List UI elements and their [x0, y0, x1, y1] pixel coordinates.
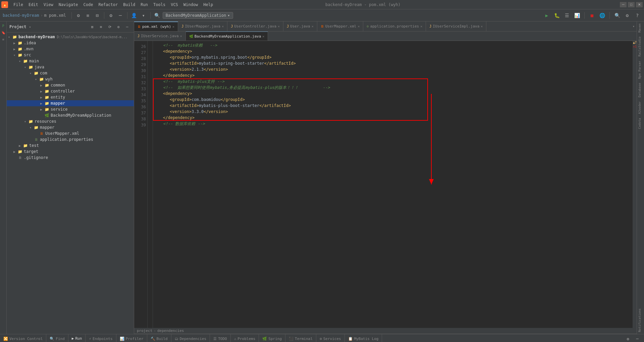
panel-icon3[interactable]: ⟳	[106, 23, 114, 31]
tree-resources[interactable]: ▾ 📁 resources	[7, 118, 134, 124]
target-arrow[interactable]: ▶	[13, 150, 17, 154]
structure-icon[interactable]: ≡	[84, 11, 92, 19]
menu-view[interactable]: View	[41, 2, 56, 8]
entity-arrow[interactable]: ▶	[40, 96, 44, 99]
tree-usermapper-xml[interactable]: ▶ 🗎 UserMapper.xml	[7, 130, 134, 136]
tab-iuserserviceimpl[interactable]: J IUserServiceImpl.java ✕	[426, 21, 486, 32]
tab-iuserservice[interactable]: J IUserService.java ✕	[134, 32, 186, 41]
com-arrow[interactable]: ▾	[30, 71, 34, 75]
tree-java[interactable]: ▾ 📁 java	[7, 64, 134, 70]
project-name-label[interactable]: backend-myDream	[3, 13, 39, 18]
tab-user[interactable]: J User.java ✕	[283, 21, 317, 32]
tree-root[interactable]: ▾ 📁 backend-myDream D:\Tools\JavaWorkSpa…	[7, 34, 134, 40]
stop-button[interactable]: ■	[588, 11, 596, 19]
panel-icon2[interactable]: ≡	[97, 23, 105, 31]
tab-usercontroller[interactable]: J UserController.java ✕	[227, 21, 283, 32]
menu-window[interactable]: Window	[181, 2, 201, 8]
ajooder-tool[interactable]: AJooder	[637, 99, 644, 116]
btab-dependencies[interactable]: 🗂 Dependencies	[171, 334, 210, 342]
run-configuration[interactable]: BackendMyDreamApplication ▾	[163, 12, 233, 19]
maven-tool[interactable]: Maven	[637, 21, 644, 35]
tree-gitignore[interactable]: ▶ 🗎 .gitignore	[7, 155, 134, 161]
tab-overflow[interactable]: ▾	[631, 24, 637, 28]
tree-main[interactable]: ▾ 📁 main	[7, 58, 134, 64]
codota-tool[interactable]: Codota	[637, 116, 644, 131]
tree-mapper[interactable]: ▶ 📁 mapper	[7, 100, 134, 106]
user-tab-close[interactable]: ✕	[312, 24, 314, 28]
usermapper-xml-tab-close[interactable]: ✕	[358, 24, 360, 28]
res-mapper-arrow[interactable]: ▾	[30, 126, 34, 129]
maximize-button[interactable]: □	[628, 2, 635, 7]
btab-build[interactable]: 🔨 Build	[147, 334, 171, 342]
minimize-button[interactable]: ─	[620, 2, 627, 7]
mapper-arrow[interactable]: ▶	[40, 102, 44, 105]
panel-settings-icon[interactable]: ⚙	[114, 23, 122, 31]
btab-endpoints[interactable]: ⚡ Endpoints	[86, 334, 116, 342]
tree-mvn[interactable]: ▶ 📁 .mvn	[7, 46, 134, 52]
menu-navigate[interactable]: Navigate	[56, 2, 81, 8]
panel-settings-btn[interactable]: ⚙	[624, 335, 632, 342]
notifications-tool[interactable]: Notifications	[637, 306, 644, 334]
tree-com[interactable]: ▾ 📁 com	[7, 70, 134, 76]
menu-vcs[interactable]: VCS	[168, 2, 181, 8]
minus-icon[interactable]: ─	[116, 11, 124, 19]
debug-button[interactable]: 🐛	[553, 11, 561, 19]
profile-button[interactable]: 📊	[573, 11, 581, 19]
breadcrumb-project[interactable]: project	[137, 329, 152, 333]
common-arrow[interactable]: ▶	[40, 83, 44, 87]
code-content[interactable]: <!-- mybatis依赖 --> <dependency> <groupId…	[153, 41, 633, 328]
tree-wyh[interactable]: ▾ 📁 wyh	[7, 76, 134, 82]
src-arrow[interactable]: ▾	[13, 53, 17, 57]
close-button[interactable]: ✕	[636, 2, 643, 7]
dropdown-icon[interactable]: ▾	[140, 11, 148, 19]
btab-services[interactable]: ⚙ Services	[316, 334, 345, 342]
menu-help[interactable]: Help	[201, 2, 216, 8]
help-icon[interactable]: ?	[633, 11, 641, 19]
tree-controller[interactable]: ▶ 📁 controller	[7, 88, 134, 94]
controller-arrow[interactable]: ▶	[40, 90, 44, 93]
coverage-button[interactable]: ☰	[563, 11, 571, 19]
tab-pom-xml[interactable]: 🗎 pom.xml (wyh) ✕	[134, 21, 178, 32]
tab-application-props[interactable]: ⚙ application.properties ✕	[363, 21, 426, 32]
sync-icon[interactable]: ⚙	[74, 11, 83, 19]
project-panel-dropdown[interactable]: ▾	[29, 25, 31, 29]
pom-label[interactable]: m pom.xml	[44, 13, 66, 18]
translate-button[interactable]: 🌐	[598, 11, 606, 19]
resources-arrow[interactable]: ▾	[24, 120, 28, 123]
wyh-arrow[interactable]: ▾	[35, 77, 39, 81]
tree-res-mapper[interactable]: ▾ 📁 mapper	[7, 124, 134, 130]
btab-find[interactable]: 🔍 Find	[46, 334, 68, 342]
tree-common[interactable]: ▶ 📁 common	[7, 82, 134, 88]
idea-arrow[interactable]: ▶	[13, 41, 17, 45]
search-everywhere-icon[interactable]: 🔍	[153, 11, 161, 19]
root-arrow[interactable]: ▾	[8, 35, 12, 39]
npm-parser-tool[interactable]: Npm Parser	[637, 59, 644, 81]
panel-icon1[interactable]: ⊞	[88, 23, 96, 31]
menu-edit[interactable]: Edit	[26, 2, 41, 8]
java-arrow[interactable]: ▾	[24, 65, 28, 69]
database-tool[interactable]: Database	[637, 81, 644, 99]
props-tab-close[interactable]: ✕	[420, 24, 422, 28]
main-arrow[interactable]: ▾	[19, 59, 23, 63]
pom-tab-close[interactable]: ✕	[172, 25, 174, 28]
mvn-arrow[interactable]: ▶	[13, 47, 17, 51]
usercontroller-tab-close[interactable]: ✕	[278, 24, 280, 28]
btab-version-control[interactable]: 🔀 Version Control	[0, 334, 46, 342]
iuserservice-tab-close[interactable]: ✕	[180, 34, 182, 38]
btab-run[interactable]: ▶ Run	[68, 334, 86, 342]
structure2-icon[interactable]: ≡	[0, 36, 6, 42]
btab-todo[interactable]: ☰ TODO	[210, 334, 231, 342]
bookmark-icon[interactable]: 🔖	[0, 30, 6, 36]
btab-terminal[interactable]: ⬛ Terminal	[285, 334, 316, 342]
btab-problems[interactable]: ⚠ Problems	[231, 334, 259, 342]
btab-mybatis-log[interactable]: 📋 MyBatis Log	[345, 334, 382, 342]
tree-test[interactable]: ▶ 📁 test	[7, 142, 134, 149]
scroll-track[interactable]: ▲7 ✕1	[633, 41, 637, 328]
test-arrow[interactable]: ▶	[19, 144, 23, 148]
settings-icon[interactable]: ⚙	[107, 11, 115, 19]
railsstudio-tool[interactable]: RailsStudio	[637, 35, 644, 59]
tree-src[interactable]: ▾ 📁 src	[7, 52, 134, 58]
tree-app-props[interactable]: ▶ 🗎 application.properties	[7, 136, 134, 142]
project-icon[interactable]: P	[0, 23, 6, 29]
menu-refactor[interactable]: Refactor	[96, 2, 120, 8]
